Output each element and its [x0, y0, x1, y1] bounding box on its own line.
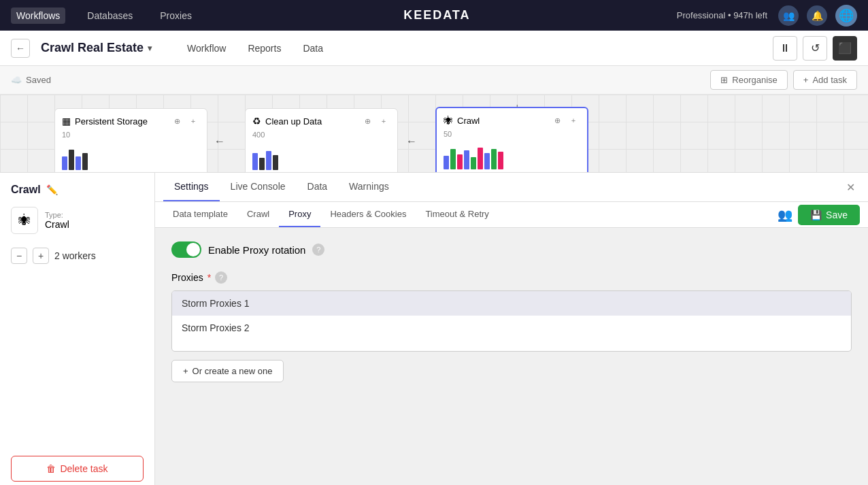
team-icon[interactable]: 👥: [778, 5, 799, 26]
task-card-title: ♻ Clean up Data: [252, 116, 322, 127]
help-icon[interactable]: ?: [312, 244, 324, 256]
plus-icon: +: [183, 366, 188, 376]
subtab-timeout-retry[interactable]: Timeout & Retry: [416, 202, 498, 227]
arrow-left-icon-2: ←: [406, 135, 417, 148]
proxy-item-2[interactable]: Storm Proxies 2: [172, 316, 851, 340]
sub-nav-links: Workflow Reports Data: [179, 40, 331, 56]
subnav-data[interactable]: Data: [295, 40, 331, 56]
cleanup-icon: ♻: [252, 116, 261, 127]
stop-button[interactable]: ⬛: [833, 36, 857, 61]
tab-warnings[interactable]: Warnings: [338, 173, 400, 201]
top-nav-items: Workflows Databases Proxies: [11, 7, 197, 24]
brand-logo: KEEDATA: [197, 8, 677, 22]
saved-label: Saved: [26, 75, 51, 85]
task-card-actions: ⊕ +: [550, 114, 580, 127]
sub-nav-actions: ⏸ ↺ ⬛: [773, 36, 857, 61]
subtab-proxy[interactable]: Proxy: [279, 202, 320, 227]
toggle-proxy-rotation-row: Enable Proxy rotation ?: [171, 241, 852, 258]
task-num: 400: [252, 131, 390, 139]
pin-icon[interactable]: ⊕: [550, 114, 564, 127]
workers-row: − + 2 workers: [11, 248, 144, 264]
top-nav-right: Professional • 947h left 👥 🔔 🌐: [677, 5, 857, 27]
add-icon[interactable]: +: [186, 114, 200, 128]
subnav-workflow[interactable]: Workflow: [179, 40, 234, 56]
tab-live-console[interactable]: Live Console: [220, 173, 297, 201]
subtab-headers-cookies[interactable]: Headers & Cookies: [320, 202, 416, 227]
back-button[interactable]: ←: [11, 39, 30, 58]
close-panel-button[interactable]: ✕: [841, 178, 860, 197]
add-icon[interactable]: +: [377, 114, 390, 128]
proxies-list: Storm Proxies 1 Storm Proxies 2: [171, 290, 852, 352]
add-task-button[interactable]: + Add task: [793, 70, 857, 90]
mini-chart: [444, 142, 580, 169]
cloud-icon: ☁️: [11, 75, 22, 85]
task-card-header: 🕷 Crawl ⊕ +: [444, 114, 580, 127]
mini-chart: [62, 143, 200, 170]
toggle-label: Enable Proxy rotation: [208, 244, 305, 256]
reorganise-button[interactable]: ⊞ Reorganise: [710, 70, 788, 90]
workers-increment-button[interactable]: +: [33, 248, 49, 264]
task-card-crawl[interactable]: 🕷 Crawl ⊕ + 50: [435, 107, 588, 173]
task-card-actions: ⊕ +: [170, 114, 200, 128]
subtab-data-template[interactable]: Data template: [163, 202, 237, 227]
save-icon: 💾: [810, 210, 822, 220]
panel-top-right: 👥 💾 Save: [778, 205, 860, 225]
delete-task-button[interactable]: 🗑 Delete task: [11, 456, 144, 482]
task-title-label: Crawl: [457, 116, 480, 126]
type-icon: 🕷: [11, 207, 38, 234]
nav-proxies[interactable]: Proxies: [154, 7, 197, 24]
add-proxy-button[interactable]: + Or create a new one: [171, 360, 284, 382]
refresh-button[interactable]: ↺: [803, 36, 827, 61]
workflow-title[interactable]: Crawl Real Estate ▾: [41, 41, 152, 55]
pin-icon[interactable]: ⊕: [361, 114, 374, 128]
mini-chart: [252, 143, 390, 170]
add-icon[interactable]: +: [567, 114, 580, 127]
subnav-reports[interactable]: Reports: [239, 40, 289, 56]
task-card-persistent-storage[interactable]: ▦ Persistent Storage ⊕ + 10: [54, 108, 207, 173]
canvas-area: ↓ ▦ Persistent Storage ⊕ + 10 ← ♻ Cle: [0, 95, 868, 173]
arrow-left-icon-1: ←: [214, 135, 225, 148]
top-nav-icons: 👥 🔔 🌐: [778, 5, 857, 27]
grid-icon: ▦: [62, 116, 71, 127]
proxy-rotation-toggle[interactable]: [171, 241, 201, 258]
edit-icon[interactable]: ✏️: [46, 184, 58, 195]
task-card-header: ♻ Clean up Data ⊕ +: [252, 114, 390, 128]
sidebar-title: Crawl ✏️: [11, 184, 144, 196]
panel-content: Enable Proxy rotation ? Proxies * ? Stor…: [155, 228, 868, 485]
pause-button[interactable]: ⏸: [773, 36, 797, 61]
right-panel: Settings Live Console Data Warnings ✕ Da…: [155, 173, 868, 485]
workers-count: 2 workers: [54, 250, 96, 261]
type-info: Type: Crawl: [45, 211, 69, 230]
proxy-item-1[interactable]: Storm Proxies 1: [172, 291, 851, 316]
task-num: 10: [62, 131, 200, 139]
bell-icon[interactable]: 🔔: [807, 5, 827, 26]
avatar[interactable]: 🌐: [835, 5, 857, 27]
task-card-title: 🕷 Crawl: [444, 115, 480, 126]
subtab-crawl[interactable]: Crawl: [237, 202, 279, 227]
proxies-help-icon[interactable]: ?: [215, 271, 227, 284]
workers-decrement-button[interactable]: −: [11, 248, 27, 264]
user-assign-icon[interactable]: 👥: [778, 207, 792, 222]
type-name: Crawl: [45, 219, 69, 230]
nav-workflows[interactable]: Workflows: [11, 7, 65, 24]
type-label: Type:: [45, 211, 69, 219]
task-title-label: Persistent Storage: [75, 116, 148, 127]
crawl-icon: 🕷: [444, 115, 453, 126]
type-row: 🕷 Type: Crawl: [11, 207, 144, 234]
plus-icon: +: [803, 75, 809, 85]
task-card-cleanup[interactable]: ♻ Clean up Data ⊕ + 400: [245, 108, 398, 173]
grid-icon: ⊞: [720, 75, 728, 85]
tab-settings[interactable]: Settings: [163, 173, 220, 201]
save-button[interactable]: 💾 Save: [798, 205, 860, 225]
task-num: 50: [444, 130, 580, 138]
task-title-label: Clean up Data: [265, 116, 322, 127]
proxies-section-label: Proxies * ?: [171, 271, 852, 284]
plan-info: Professional • 947h left: [677, 10, 767, 20]
tab-data[interactable]: Data: [297, 173, 339, 201]
nav-databases[interactable]: Databases: [82, 7, 138, 24]
pin-icon[interactable]: ⊕: [170, 114, 184, 128]
top-navigation: Workflows Databases Proxies KEEDATA Prof…: [0, 0, 868, 31]
sub-navigation: ← Crawl Real Estate ▾ Workflow Reports D…: [0, 31, 868, 66]
task-card-header: ▦ Persistent Storage ⊕ +: [62, 114, 200, 128]
trash-icon: 🗑: [46, 463, 56, 474]
